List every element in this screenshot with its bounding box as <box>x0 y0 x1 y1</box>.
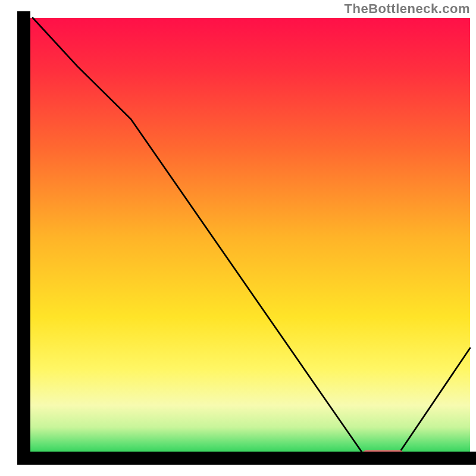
watermark-text: TheBottleneck.com <box>345 1 470 17</box>
bottleneck-chart <box>0 0 476 476</box>
plot-area <box>24 18 470 458</box>
chart-container: TheBottleneck.com <box>0 0 476 476</box>
